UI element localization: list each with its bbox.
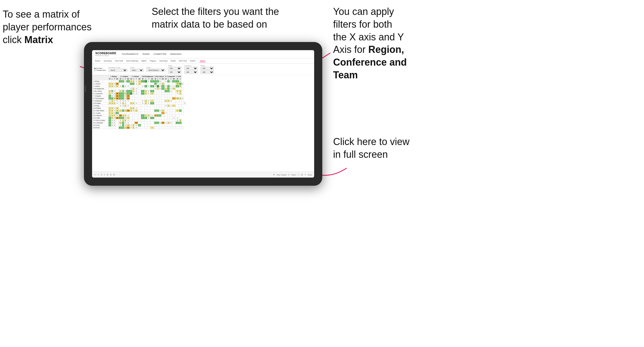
matrix-cell-6-11 [138, 95, 141, 97]
matrix-cell-19-13 [144, 127, 147, 129]
nav-committee[interactable]: COMMITTEE [153, 53, 166, 55]
matrix-cell-8-13: 1 [144, 100, 147, 102]
subnav-summary[interactable]: Summary [103, 60, 112, 62]
subnav-h2hh[interactable]: H2HH... [190, 60, 197, 62]
matrix-cell-15-5: 2 [122, 117, 124, 119]
full-view-radio[interactable]: Full View [94, 68, 106, 69]
grid-icon[interactable]: ⊞ [301, 174, 303, 176]
matrix-cell-15-4: 2 [119, 117, 122, 119]
undo-icon[interactable]: ↩ [94, 174, 96, 176]
share-button-icon[interactable]: ↗ [304, 174, 306, 176]
nav-tournaments[interactable]: TOURNAMENTS [122, 53, 138, 55]
subnav-summary2[interactable]: Summary [159, 60, 168, 62]
watch-icon[interactable]: ⊙ [288, 174, 290, 176]
matrix-cell-17-5: 3 [122, 122, 124, 124]
matrix-cell-17-12 [141, 122, 145, 124]
region-select2[interactable]: N/A [168, 70, 181, 74]
gender-select[interactable]: Men's [130, 69, 144, 72]
matrix-cell-5-12: 1 [141, 92, 145, 95]
matrix-cell-17-20: 0 [164, 122, 167, 124]
subnav-matrix2[interactable]: Matrix [199, 60, 206, 62]
matrix-cell-16-16 [154, 119, 157, 122]
refresh-icon[interactable]: ↺ [101, 174, 102, 176]
matrix-cell-19-18 [159, 127, 161, 129]
nav-teams[interactable]: TEAMS [142, 53, 150, 55]
matrix-cell-6-21 [167, 95, 170, 97]
matrix-cell-0-12: 1 [141, 80, 145, 83]
matrix-cell-18-0: 2 [109, 124, 111, 127]
matrix-cell-19-10: 0 [135, 127, 138, 129]
matrix-cell-6-6: 0 [124, 95, 126, 97]
subnav-h2h-heatmap[interactable]: H2H Heatmap [126, 60, 139, 62]
matrix-cell-12-3: -3 [115, 110, 119, 112]
subnav-detail[interactable]: Detail [170, 60, 176, 62]
matrix-cell-19-12 [141, 127, 145, 129]
nav-items: TOURNAMENTS TEAMS COMMITTEE RANKINGS [122, 53, 181, 55]
matrix-cell-4-17 [157, 90, 159, 92]
matrix-cell-18-5: 2 [122, 124, 124, 127]
matrix-cell-0-2 [113, 80, 115, 83]
subnav-matrix[interactable]: Matrix [141, 60, 147, 62]
matrix-cell-11-14 [147, 107, 150, 110]
redo-icon[interactable]: ↪ [97, 174, 99, 176]
matrix-cell-11-25 [179, 107, 182, 110]
subnav-h2h-grid2[interactable]: H2H Grid [178, 60, 187, 62]
matrix-cell-15-19 [161, 117, 164, 119]
expand-icon[interactable]: ⛶ [298, 174, 300, 176]
matrix-cell-2-20: 0 [164, 85, 167, 88]
conference-select[interactable]: (All) [184, 67, 198, 70]
matrix-cell-8-25 [179, 100, 182, 102]
settings-icon[interactable]: ⚙ [113, 174, 115, 176]
matrix-cell-1-2: 0 [113, 83, 115, 85]
matrix-cell-9-12: 0 [141, 102, 145, 105]
division-select[interactable]: NCAA Division I [146, 69, 165, 72]
watch-label[interactable]: Watch [291, 174, 296, 176]
matrix-cell-11-26 [181, 107, 184, 110]
players-select[interactable]: (All) [200, 67, 214, 70]
matrix-cell-17-24: 4 [175, 122, 179, 124]
share-icon[interactable]: ⤴ [104, 174, 105, 176]
conference-select2[interactable]: (All) [184, 70, 198, 74]
matrix-container[interactable]: 1. W Ding 2. L Clanton 3. J Koivun 4. M … [92, 75, 314, 176]
matrix-cell-7-20 [164, 97, 167, 100]
subnav-teams[interactable]: Teams [94, 60, 101, 62]
matrix-cell-1-5 [122, 83, 124, 85]
matrix-cell-16-1: 0 [111, 119, 113, 122]
matrix-cell-10-24 [175, 105, 179, 107]
compact-view-radio[interactable]: Compact View [94, 69, 106, 71]
matrix-cell-2-24: 1 [175, 85, 179, 88]
subnav-h2h-grid[interactable]: H2H Grid [115, 60, 123, 62]
zoom-out-icon[interactable]: ⊖ [110, 174, 112, 176]
matrix-cell-6-10 [135, 95, 138, 97]
share-label[interactable]: Share [308, 174, 312, 176]
matrix-cell-9-21 [167, 102, 170, 105]
region-select[interactable]: N/A [168, 67, 181, 70]
matrix-cell-13-12 [141, 112, 145, 114]
matrix-cell-3-23: -6 [172, 88, 176, 90]
annotation-bottomright: Click here to view in full screen [333, 136, 431, 161]
nav-rankings[interactable]: RANKINGS [170, 53, 181, 55]
matrix-cell-5-10: 0 [135, 92, 138, 95]
matrix-cell-4-21: 3 [167, 90, 170, 92]
matrix-cell-19-15: 7 [150, 127, 154, 129]
matrix-cell-10-20: 0 [164, 105, 167, 107]
matrix-cell-2-14: 0 [147, 85, 150, 88]
matrix-cell-13-13 [144, 112, 147, 114]
matrix-cell-15-12: 3 [141, 117, 145, 119]
subnav-players[interactable]: Players [149, 60, 157, 62]
col-header-koivun: 3. J Koivun [130, 75, 141, 78]
max-players-select[interactable]: Top 25 [108, 69, 127, 72]
matrix-cell-13-0: 1 [109, 112, 111, 114]
matrix-cell-0-4: 1 [119, 80, 122, 83]
matrix-cell-16-20 [164, 119, 167, 122]
matrix-cell-13-17 [157, 112, 159, 114]
matrix-cell-4-6: 0 [124, 90, 126, 92]
matrix-cell-13-14 [147, 112, 150, 114]
players-select2[interactable]: (All) [200, 70, 214, 74]
matrix-cell-11-5 [122, 107, 124, 110]
matrix-cell-4-8: 1 [130, 90, 132, 92]
matrix-cell-8-5: 0 [122, 100, 124, 102]
zoom-in-icon[interactable]: ⊕ [107, 174, 108, 176]
matrix-cell-8-6: 0 [124, 100, 126, 102]
matrix-cell-17-21: 1 [167, 122, 170, 124]
